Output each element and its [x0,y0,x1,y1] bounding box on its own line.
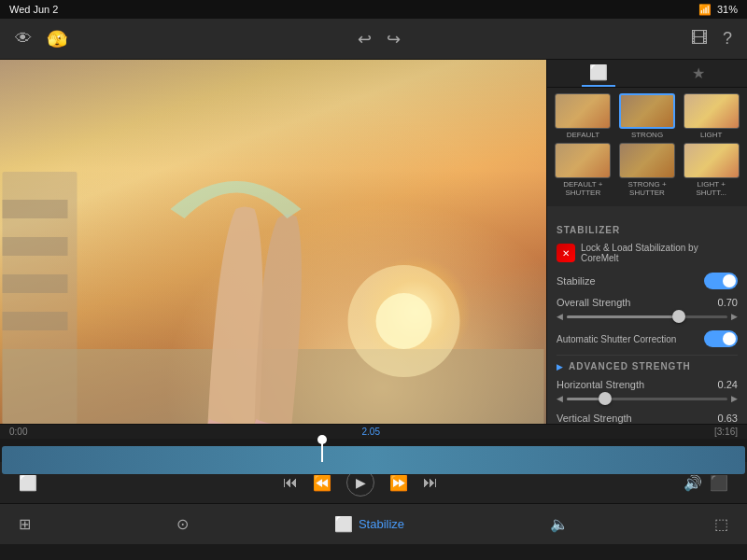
audio-icon[interactable]: 🔈 [550,515,569,533]
undo-icon[interactable]: ↩ [358,29,372,49]
timeline-current-time: 2.05 [361,427,379,437]
overall-strength-track[interactable] [567,315,727,318]
playback-right: 🔊 ⬛ [684,474,728,492]
top-toolbar: 👁 🫣 ↩ ↪ 🎞 ? [0,19,747,60]
time-display: Wed Jun 2 [9,4,58,15]
filter-icon[interactable]: ⊙ [176,515,189,533]
preset-strong-shutter-thumb[interactable] [619,143,675,178]
preset-light-label: LIGHT [700,131,723,139]
horizontal-strength-header: Horizontal Strength 0.24 [557,379,738,390]
presets-row-1: DEFAULT STRONG LIGHT [553,93,741,139]
svg-rect-3 [3,274,68,293]
overall-strength-decrease[interactable]: ◀ [557,312,563,321]
tab-star-icon[interactable]: ★ [684,61,712,86]
preset-light-thumb[interactable] [684,93,740,129]
help-icon[interactable]: ? [723,29,732,49]
preset-light[interactable]: LIGHT [681,93,741,139]
vertical-strength-row: Vertical Strength 0.63 ◀ ▶ [557,413,738,424]
horizontal-thumb[interactable] [599,392,612,405]
stabilize-control-row: Stabilize [557,273,738,289]
horizontal-track[interactable] [567,398,727,400]
video-figure-svg [0,60,546,424]
wifi-icon: 📶 [698,4,712,16]
eye-slash-icon[interactable]: 🫣 [47,29,67,49]
divider-2 [557,355,738,356]
vertical-strength-label: Vertical Strength [557,413,632,424]
overall-strength-thumb[interactable] [672,310,685,323]
right-panel-tabs: ⬜ ★ [547,60,747,88]
horizontal-slider-container: ◀ ▶ [557,394,738,403]
timeline-playhead[interactable] [321,439,323,462]
timeline-track[interactable] [0,439,747,462]
svg-rect-4 [3,312,68,330]
timeline-area: 0:00 2.05 [3:16] ⬜ ⏮ ⏪ ▶ ⏩ ⏭ 🔊 ⬛ [0,424,747,503]
status-bar: Wed Jun 2 📶 31% [0,0,747,19]
share-icon[interactable]: ⬚ [714,515,728,533]
presets-section: DEFAULT STRONG LIGHT DEFAULT + SHUTTER [547,88,747,206]
status-left: Wed Jun 2 [9,4,58,15]
bottom-toolbar: ⊞ ⊙ ⬜ Stabilize 🔈 ⬚ [0,503,747,544]
advanced-chevron-icon: ▶ [557,362,563,371]
redo-icon[interactable]: ↪ [387,29,401,49]
crop-icon[interactable]: ⊞ [19,515,31,533]
timeline-start-time: 0:00 [9,427,27,437]
preset-light-shutter-thumb[interactable] [684,143,740,178]
timeline-clip[interactable] [2,446,745,474]
preset-default-label: DEFAULT [567,131,599,139]
preset-strong-shutter-label: STRONG + SHUTTER [617,180,678,197]
advanced-strength-header[interactable]: ▶ ADVANCED STRENGTH [557,361,738,371]
horizontal-decrease[interactable]: ◀ [557,394,563,403]
tab-stabilize-icon[interactable]: ⬜ [582,60,615,87]
preset-light-shutter-label: LIGHT + SHUTT... [681,180,741,197]
film-icon[interactable]: 🎞 [691,29,708,49]
video-preview [0,60,546,424]
time-markers: 0:00 2.05 [3:16] [0,425,747,439]
preset-strong-thumb[interactable] [619,93,675,129]
fullscreen-icon[interactable]: ⬛ [710,474,728,492]
stabilize-bottom-icon[interactable]: ⬜ [334,515,353,533]
bottom-center: ⬜ Stabilize [334,515,404,533]
battery-display: 31% [717,4,738,15]
preset-default-shutter-thumb[interactable] [555,143,611,178]
playback-left: ⬜ [19,474,37,492]
volume-icon[interactable]: 🔊 [684,474,702,492]
eye-icon[interactable]: 👁 [15,29,32,49]
toolbar-right: 🎞 ? [691,29,732,49]
preset-light-shutter[interactable]: LIGHT + SHUTT... [681,143,741,197]
stabilize-label: Stabilize [557,275,596,287]
stabilize-toggle[interactable] [704,273,738,289]
preset-strong[interactable]: STRONG [617,93,678,139]
skip-forward-button[interactable]: ⏭ [423,474,438,491]
shutter-correction-row: Automatic Shutter Correction [557,330,738,347]
horizontal-strength-label: Horizontal Strength [557,379,644,390]
plugin-icon: ✕ [557,244,575,262]
stabilizer-title: STABILIZER [557,225,738,235]
right-panel: ⬜ ★ DEFAULT STRONG LIGHT [546,60,747,424]
presets-row-2: DEFAULT + SHUTTER STRONG + SHUTTER LIGHT… [553,143,741,197]
main-content: ⬜ ★ DEFAULT STRONG LIGHT [0,60,747,424]
horizontal-increase[interactable]: ▶ [731,394,738,403]
shutter-correction-toggle[interactable] [704,330,738,347]
preset-default[interactable]: DEFAULT [553,93,613,139]
advanced-title: ADVANCED STRENGTH [569,361,691,371]
overall-strength-row: Overall Strength 0.70 ◀ ▶ [557,297,738,321]
preset-strong-label: STRONG [631,131,663,139]
plugin-name: Lock & Load Stabilization by CoreMelt [581,243,738,263]
preset-strong-shutter[interactable]: STRONG + SHUTTER [617,143,678,197]
expand-icon[interactable]: ⬜ [19,474,37,492]
step-forward-button[interactable]: ⏩ [389,474,408,492]
timeline-duration: [3:16] [714,427,738,437]
overall-strength-increase[interactable]: ▶ [731,312,738,321]
horizontal-strength-row: Horizontal Strength 0.24 ◀ ▶ [557,379,738,403]
svg-rect-1 [3,200,68,218]
overall-strength-fill [567,315,679,318]
horizontal-strength-value: 0.24 [718,379,738,390]
preset-default-shutter[interactable]: DEFAULT + SHUTTER [553,143,613,197]
skip-back-button[interactable]: ⏮ [283,474,298,491]
step-back-button[interactable]: ⏪ [313,474,331,492]
preset-default-thumb[interactable] [555,93,611,129]
toolbar-left: 👁 🫣 [15,29,67,49]
vertical-strength-header: Vertical Strength 0.63 [557,413,738,424]
overall-strength-label: Overall Strength [557,297,630,308]
vertical-strength-value: 0.63 [718,413,738,424]
